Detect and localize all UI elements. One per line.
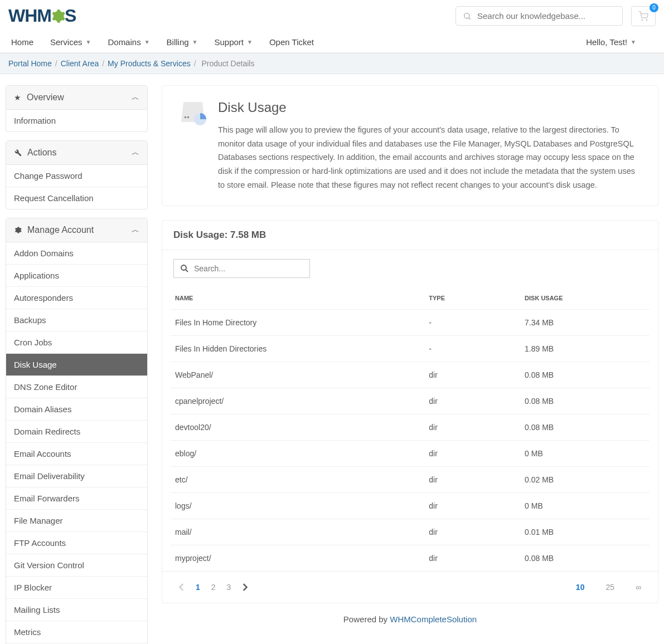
sidebar-item-ftp-accounts[interactable]: FTP Accounts — [6, 531, 147, 554]
chevron-down-icon: ▼ — [144, 39, 150, 45]
sidebar-item-request-cancellation[interactable]: Request Cancellation — [6, 187, 147, 209]
table-search-input[interactable] — [194, 264, 304, 273]
sidebar-item-cron-jobs[interactable]: Cron Jobs — [6, 331, 147, 353]
sidebar-item-addon-domains[interactable]: Addon Domains — [6, 242, 147, 264]
cell-usage: 0 MB — [520, 441, 650, 467]
cell-type: - — [424, 310, 520, 336]
wrench-icon — [14, 149, 22, 157]
table-row: logs/dir0 MB — [171, 493, 650, 519]
page-prev[interactable] — [173, 581, 190, 593]
sidebar-item-applications[interactable]: Applications — [6, 264, 147, 286]
knowledgebase-search-input[interactable] — [477, 11, 615, 21]
column-header[interactable]: TYPE — [424, 287, 520, 310]
cell-name: logs/ — [171, 493, 424, 519]
sidebar-item-domain-redirects[interactable]: Domain Redirects — [6, 420, 147, 442]
table-row: myproject/dir0.08 MB — [171, 545, 650, 572]
svg-line-8 — [186, 270, 188, 272]
sidebar-item-dns-zone-editor[interactable]: DNS Zone Editor — [6, 375, 147, 398]
breadcrumb-link[interactable]: Portal Home — [8, 59, 52, 68]
user-greeting[interactable]: Hello, Test! ▼ — [586, 37, 636, 47]
sidebar-item-change-password[interactable]: Change Password — [6, 165, 147, 187]
cell-type: dir — [424, 467, 520, 493]
footer-link[interactable]: WHMCompleteSolution — [390, 614, 477, 624]
cell-usage: 0.08 MB — [520, 388, 650, 414]
nav-open-ticket[interactable]: Open Ticket — [269, 37, 314, 47]
page-2[interactable]: 2 — [206, 580, 221, 594]
svg-point-3 — [646, 19, 647, 21]
cell-usage: 0 MB — [520, 493, 650, 519]
nav-services[interactable]: Services▼ — [50, 37, 91, 47]
manage-account-panel-header[interactable]: Manage Account ︿ — [6, 218, 147, 242]
overview-panel-header[interactable]: ★ Overview ︿ — [6, 86, 147, 110]
svg-point-2 — [642, 19, 643, 21]
knowledgebase-search[interactable] — [455, 6, 623, 26]
cell-usage: 0.02 MB — [520, 467, 650, 493]
cell-name: myproject/ — [171, 545, 424, 572]
breadcrumb-link[interactable]: My Products & Services — [108, 59, 191, 68]
chevron-down-icon: ▼ — [631, 39, 636, 45]
page-next[interactable] — [236, 581, 253, 593]
table-search[interactable] — [173, 259, 310, 278]
svg-rect-5 — [187, 116, 189, 118]
cell-type: dir — [424, 493, 520, 519]
cell-usage: 1.89 MB — [520, 336, 650, 362]
column-header[interactable]: DISK USAGE — [520, 287, 650, 310]
cell-name: eblog/ — [171, 441, 424, 467]
page-title: Disk Usage — [218, 100, 641, 115]
table-row: etc/dir0.02 MB — [171, 467, 650, 493]
cell-usage: 0.08 MB — [520, 545, 650, 572]
sidebar-item-git-version-control[interactable]: Git Version Control — [6, 554, 147, 576]
svg-point-7 — [181, 265, 186, 270]
actions-panel-header[interactable]: Actions ︿ — [6, 141, 147, 165]
sidebar-item-backups[interactable]: Backups — [6, 309, 147, 331]
nav-home[interactable]: Home — [11, 37, 33, 47]
cell-name: Files In Home Directory — [171, 310, 424, 336]
cell-type: dir — [424, 441, 520, 467]
sidebar-item-disk-usage[interactable]: Disk Usage — [6, 353, 147, 375]
nav-billing[interactable]: Billing▼ — [167, 37, 198, 47]
cell-name: devtool20/ — [171, 414, 424, 441]
table-row: devtool20/dir0.08 MB — [171, 414, 650, 441]
sidebar-item-email-accounts[interactable]: Email Accounts — [6, 442, 147, 465]
page-size-10[interactable]: 10 — [570, 580, 590, 594]
page-size-25[interactable]: 25 — [600, 580, 620, 594]
gear-icon — [14, 226, 22, 234]
cell-type: - — [424, 336, 520, 362]
star-icon: ★ — [14, 93, 21, 102]
column-header[interactable]: NAME — [171, 287, 424, 310]
sidebar-item-domain-aliases[interactable]: Domain Aliases — [6, 398, 147, 420]
disk-usage-total: Disk Usage: 7.58 MB — [162, 221, 658, 250]
nav-domains[interactable]: Domains▼ — [108, 37, 149, 47]
page-size-∞[interactable]: ∞ — [630, 580, 647, 594]
table-row: Files In Hidden Directories-1.89 MB — [171, 336, 650, 362]
sidebar-item-autoresponders[interactable]: Autoresponders — [6, 286, 147, 309]
brand-logo[interactable]: WHM S — [8, 6, 76, 26]
cell-name: Files In Hidden Directories — [171, 336, 424, 362]
cell-type: dir — [424, 414, 520, 441]
gear-icon — [50, 8, 66, 24]
cell-name: mail/ — [171, 519, 424, 545]
cart-button[interactable]: 0 — [631, 6, 656, 26]
search-icon — [180, 264, 190, 274]
cell-usage: 0.08 MB — [520, 362, 650, 388]
disk-usage-icon — [179, 100, 207, 125]
manage-account-panel: Manage Account ︿ Addon DomainsApplicatio… — [6, 218, 148, 644]
sidebar-item-file-manager[interactable]: File Manager — [6, 509, 147, 531]
svg-point-0 — [464, 13, 469, 18]
sidebar-item-email-forwarders[interactable]: Email Forwarders — [6, 487, 147, 509]
cell-name: WebPanel/ — [171, 362, 424, 388]
sidebar-item-metrics[interactable]: Metrics — [6, 621, 147, 643]
footer: Powered by WHMCompleteSolution — [162, 603, 658, 635]
sidebar-item-information[interactable]: Information — [6, 110, 147, 131]
page-3[interactable]: 3 — [221, 580, 237, 594]
page-1[interactable]: 1 — [190, 580, 206, 594]
sidebar-item-mailing-lists[interactable]: Mailing Lists — [6, 598, 147, 621]
svg-line-1 — [469, 18, 471, 19]
sidebar-item-email-deliverability[interactable]: Email Deliverability — [6, 465, 147, 487]
breadcrumb: Portal Home/Client Area/My Products & Se… — [0, 53, 664, 74]
nav-support[interactable]: Support▼ — [214, 37, 252, 47]
table-row: Files In Home Directory-7.34 MB — [171, 310, 650, 336]
sidebar-item-ip-blocker[interactable]: IP Blocker — [6, 576, 147, 598]
breadcrumb-link[interactable]: Client Area — [61, 59, 99, 68]
chevron-down-icon: ▼ — [247, 39, 253, 45]
